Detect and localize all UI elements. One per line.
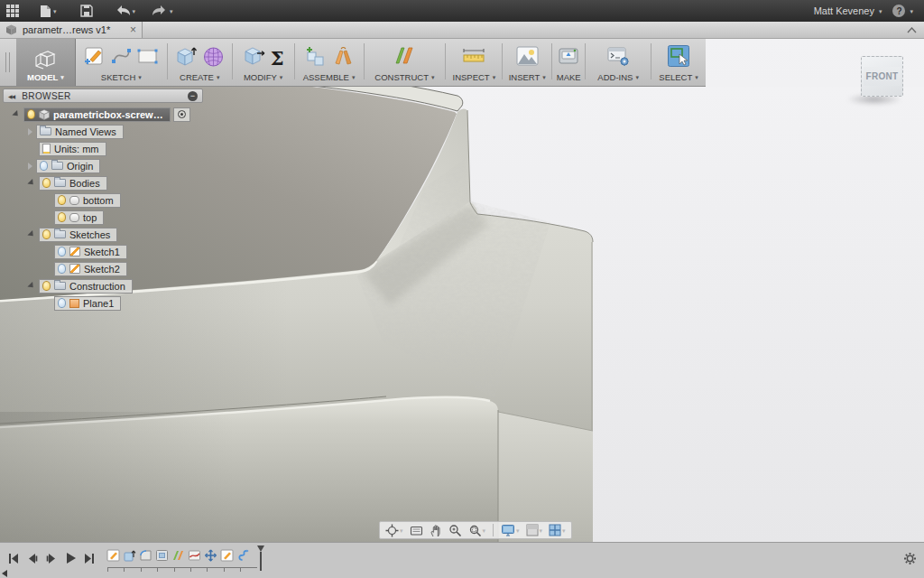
group-label-insert[interactable]: INSERT [509, 72, 541, 82]
file-menu-button[interactable]: ▾ [34, 0, 62, 22]
create-sketch-button[interactable] [83, 45, 106, 71]
play-button[interactable] [64, 552, 77, 564]
viewcube-front-face[interactable]: FRONT [864, 67, 901, 86]
tree-item-sketch1[interactable]: Sketch1 [54, 245, 127, 259]
create-form-button[interactable] [202, 45, 225, 71]
timeline-ruler[interactable] [107, 567, 257, 572]
extrude-button[interactable] [174, 44, 198, 71]
display-settings-button[interactable]: ▾ [499, 523, 522, 537]
timeline-scroll-left-icon[interactable] [2, 570, 7, 577]
timeline-settings-button[interactable] [903, 552, 917, 569]
visibility-bulb-icon[interactable] [58, 247, 66, 256]
tree-item-body-top[interactable]: top [54, 210, 104, 225]
group-label-select[interactable]: SELECT [659, 72, 692, 82]
visibility-bulb-icon[interactable] [42, 281, 51, 291]
collapse-panel-icon[interactable]: ◀◀ [8, 93, 14, 99]
tree-item-origin[interactable]: Origin [36, 159, 100, 173]
step-back-button[interactable] [26, 553, 39, 564]
look-at-button[interactable] [408, 524, 425, 537]
visibility-bulb-icon[interactable] [42, 178, 51, 188]
fit-button[interactable]: ▾ [467, 523, 488, 538]
tree-item-units[interactable]: Units: mm [39, 142, 106, 156]
fit-caret[interactable]: ▾ [483, 527, 486, 534]
rectangle-tool-button[interactable] [136, 45, 159, 70]
zoom-button[interactable] [447, 523, 464, 538]
expander-closed-icon[interactable] [28, 128, 32, 135]
timeline-feature-sketch[interactable] [106, 548, 120, 562]
make-button[interactable] [557, 45, 580, 70]
activate-component-button[interactable] [173, 107, 190, 122]
timeline-feature-sweep[interactable] [236, 548, 250, 562]
tree-item-root[interactable]: parametricbox-screw… [23, 107, 171, 122]
group-label-addins[interactable]: ADD-INS [597, 72, 633, 82]
group-label-assemble[interactable]: ASSEMBLE [303, 72, 349, 82]
visibility-bulb-icon[interactable] [40, 161, 48, 171]
select-button[interactable] [667, 44, 690, 71]
display-caret[interactable]: ▾ [516, 527, 520, 534]
tree-item-sketch2[interactable]: Sketch2 [54, 262, 127, 276]
new-component-button[interactable] [304, 45, 328, 71]
insert-image-button[interactable] [515, 45, 540, 70]
group-label-create[interactable]: CREATE [180, 72, 214, 82]
pan-button[interactable] [428, 523, 444, 538]
orbit-button[interactable]: ▾ [383, 523, 405, 538]
addins-button[interactable] [605, 45, 631, 71]
tree-item-bodies[interactable]: Bodies [39, 176, 107, 191]
app-grid-button[interactable] [0, 0, 25, 22]
timeline-feature-project[interactable] [187, 548, 201, 562]
group-label-construct[interactable]: CONSTRUCT [374, 72, 429, 82]
tree-item-sketches[interactable]: Sketches [39, 228, 117, 242]
visibility-bulb-icon[interactable] [58, 298, 66, 308]
timeline-feature-sketch2[interactable] [219, 548, 234, 562]
tree-item-plane1[interactable]: Plane1 [54, 296, 121, 311]
grid-and-snaps-button[interactable]: ▾ [524, 523, 545, 537]
orbit-caret[interactable]: ▾ [400, 527, 403, 534]
group-label-make[interactable]: MAKE [557, 72, 581, 82]
tree-item-named-views[interactable]: Named Views [36, 125, 124, 139]
measure-button[interactable] [461, 45, 486, 70]
timeline-feature-shell[interactable] [154, 548, 169, 562]
construct-plane-button[interactable] [391, 44, 418, 71]
grid-caret[interactable]: ▾ [540, 527, 543, 534]
tab-close-button[interactable]: × [130, 23, 136, 36]
workspace-selector-model[interactable]: MODEL▾ [16, 39, 76, 86]
timeline-feature-move[interactable] [203, 548, 217, 562]
timeline-feature-construct-plane[interactable] [171, 548, 185, 562]
go-to-start-button[interactable] [7, 553, 20, 564]
expander-open-icon[interactable] [27, 179, 35, 187]
visibility-bulb-icon[interactable] [58, 264, 66, 274]
visibility-bulb-icon[interactable] [27, 109, 35, 119]
visibility-bulb-icon[interactable] [58, 195, 66, 205]
visibility-bulb-icon[interactable] [42, 229, 51, 239]
go-to-end-button[interactable] [83, 553, 96, 564]
expander-closed-icon[interactable] [28, 163, 32, 170]
step-forward-button[interactable] [45, 553, 58, 564]
group-label-inspect[interactable]: INSPECT [453, 72, 490, 82]
toolbar-collapse-button[interactable] [907, 22, 917, 38]
joint-button[interactable] [332, 45, 355, 71]
document-tab[interactable]: parametr…rews v1* × [0, 22, 143, 38]
expander-open-icon[interactable] [27, 282, 35, 290]
tree-item-construction[interactable]: Construction [39, 279, 133, 294]
timeline-playhead[interactable] [257, 545, 265, 571]
viewports-caret[interactable]: ▾ [562, 527, 566, 534]
browser-minimize-button[interactable]: − [188, 91, 198, 101]
expander-open-icon[interactable] [12, 110, 20, 118]
visibility-bulb-icon[interactable] [58, 212, 66, 222]
timeline-feature-fillet[interactable] [138, 548, 152, 562]
viewports-button[interactable]: ▾ [547, 523, 568, 537]
help-menu[interactable]: ? ▾ [891, 5, 924, 17]
user-account-menu[interactable]: Matt Keveney ▾ [805, 5, 892, 16]
group-label-sketch[interactable]: SKETCH [101, 72, 136, 82]
expander-open-icon[interactable] [27, 230, 35, 238]
undo-button[interactable]: ▾ [109, 0, 142, 22]
toolbar-grip[interactable] [0, 39, 16, 86]
timeline-feature-extrude[interactable] [122, 548, 136, 562]
viewcube[interactable]: FRONT [861, 56, 903, 97]
tree-item-body-bottom[interactable]: bottom [54, 193, 121, 208]
redo-button[interactable]: ▾ [146, 0, 179, 22]
browser-header[interactable]: ◀◀ BROWSER − [3, 89, 203, 103]
save-button[interactable] [75, 0, 98, 22]
change-parameters-button[interactable]: Σ [271, 49, 284, 68]
spline-tool-button[interactable] [110, 45, 132, 70]
